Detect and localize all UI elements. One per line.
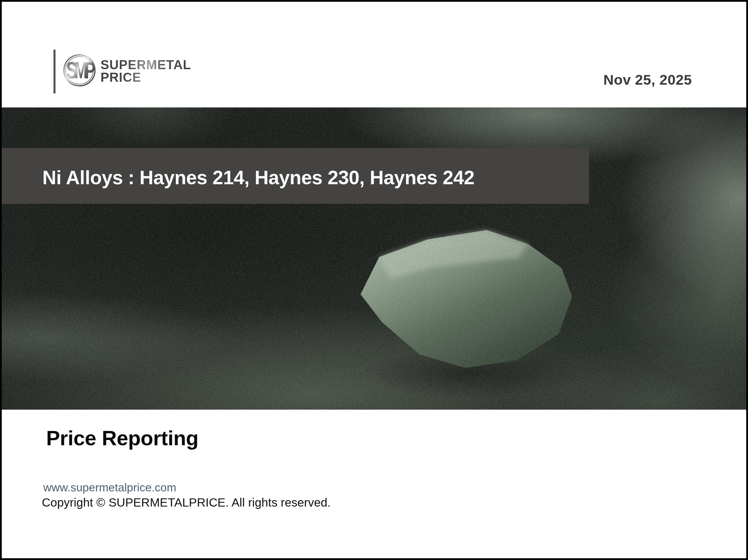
section-heading: Price Reporting [46,426,198,450]
copyright-text: Copyright © SUPERMETALPRICE. All rights … [42,495,331,510]
title-banner: Ni Alloys : Haynes 214, Haynes 230, Hayn… [2,148,589,204]
page-title: Ni Alloys : Haynes 214, Haynes 230, Hayn… [2,164,474,189]
report-date: Nov 25, 2025 [603,73,692,87]
brand-wordmark: SUPERMETAL PRICE [100,58,191,83]
brand-wordmark-line1: SUPERMETAL [100,58,191,71]
brand-wordmark-line2: PRICE [100,71,191,83]
smp-logo-icon: SMP [63,54,96,87]
logo-accent-bar [53,50,55,93]
website-link[interactable]: www.supermetalprice.com [43,481,176,494]
logo-monogram-text: SMP [66,57,95,83]
